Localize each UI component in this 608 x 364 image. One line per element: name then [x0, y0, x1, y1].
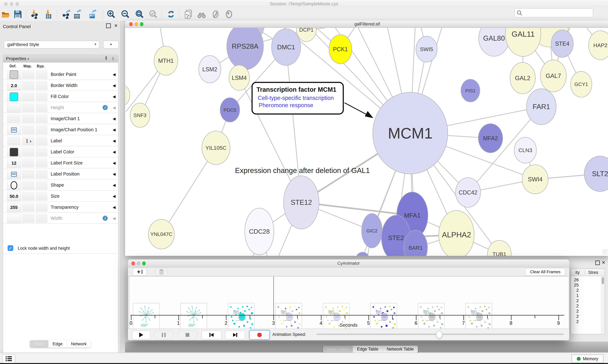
column-centrality[interactable]: ity	[575, 270, 580, 275]
table-scrollbar[interactable]	[601, 276, 605, 334]
network-node-alpha2[interactable]: ALPHA2	[439, 210, 474, 256]
bypass-cell[interactable]	[36, 81, 47, 90]
clone-network-button[interactable]	[184, 10, 193, 19]
network-canvas[interactable]: DCP1RPS28ADMC1PCK1SWI5GAL80GAL11STE4HAP2…	[125, 28, 608, 256]
zoom-selected-button[interactable]	[149, 10, 158, 19]
bypass-cell[interactable]	[36, 92, 47, 101]
search-input[interactable]	[524, 9, 591, 16]
default-value-cell[interactable]	[7, 136, 21, 145]
default-value-cell[interactable]	[7, 125, 21, 135]
network-node-gic2[interactable]: GIC2	[362, 213, 382, 248]
close-table-panel-icon[interactable]: ✕	[602, 260, 605, 265]
collapse-arrow-icon[interactable]: ◀	[113, 94, 116, 99]
bypass-cell[interactable]	[36, 70, 47, 79]
network-titlebar[interactable]: galFiltered.sif	[125, 21, 608, 28]
timeline[interactable]: MCM1MCM1MCM1MCM1MCM1MCM1 Seconds 0123456…	[129, 276, 568, 329]
record-button[interactable]	[249, 330, 269, 339]
network-node-swi4[interactable]: SWI4	[522, 165, 548, 194]
clear-all-frames-button[interactable]: Clear All Frames	[525, 268, 565, 276]
bypass-cell[interactable]	[36, 181, 47, 190]
collapse-arrow-icon[interactable]: ◀	[113, 183, 116, 187]
memory-button[interactable]: Memory	[572, 354, 604, 363]
tab-node-table[interactable]: Node Table	[323, 346, 353, 353]
zoom-in-button[interactable]	[106, 10, 116, 19]
collapse-all-icon[interactable]: ▲▲	[111, 56, 115, 60]
annotation-link[interactable]: Cell-type-specific transcription	[258, 95, 334, 101]
mapping-cell[interactable]	[22, 103, 35, 112]
mapping-cell[interactable]	[22, 181, 35, 190]
mapping-cell[interactable]	[22, 81, 35, 90]
play-button[interactable]	[132, 330, 151, 339]
annotation-box[interactable]: Transcription factor MCM1Cell-type-speci…	[252, 82, 343, 114]
network-node-ynl047c[interactable]: YNL047C	[148, 219, 174, 249]
network-node-gcy1[interactable]: GCY1	[571, 71, 592, 97]
mapping-cell[interactable]	[22, 214, 35, 223]
network-node-hap2[interactable]: HAP2	[589, 31, 608, 60]
tab-network[interactable]: Network	[67, 340, 91, 348]
expand-all-icon[interactable]: ▼▼	[105, 56, 108, 60]
network-node[interactable]	[125, 85, 130, 105]
collapse-arrow-icon[interactable]: ◀	[113, 150, 116, 154]
default-value-cell[interactable]	[7, 92, 21, 101]
network-node-swi5[interactable]: SWI5	[416, 36, 437, 62]
save-session-button[interactable]	[13, 10, 23, 19]
style-selector[interactable]: galFiltered Style ▾	[4, 41, 99, 49]
show-view-icon[interactable]	[224, 10, 234, 19]
bypass-cell[interactable]	[36, 159, 47, 168]
info-icon[interactable]: i	[103, 216, 108, 221]
mapping-cell[interactable]	[22, 170, 35, 179]
task-history-button[interactable]	[2, 354, 15, 363]
properties-header[interactable]: Properties ▾ ▼▼ ▲▲	[3, 55, 118, 63]
hide-selection-icon[interactable]	[211, 10, 221, 19]
mapping-cell[interactable]	[22, 114, 35, 123]
mapping-cell[interactable]	[22, 92, 35, 101]
network-node-lsm4[interactable]: LSM4	[229, 65, 249, 91]
collapse-arrow-icon[interactable]: ◀	[113, 139, 116, 143]
network-node-snf3[interactable]: SNF3	[130, 103, 150, 128]
import-network-button[interactable]	[30, 10, 39, 19]
default-value-cell[interactable]: 12	[7, 159, 21, 168]
network-node-pis1[interactable]: PIS1	[461, 79, 480, 102]
pause-button[interactable]	[154, 330, 173, 339]
mapping-cell[interactable]	[22, 159, 35, 168]
network-node-pck1[interactable]: PCK1	[329, 35, 352, 64]
network-node-mcm1[interactable]: MCM1	[373, 92, 448, 174]
mapping-cell[interactable]	[22, 147, 35, 156]
network-node-gal80[interactable]: GAL80	[479, 28, 509, 56]
mapping-cell[interactable]: ⋮›	[22, 136, 35, 145]
open-file-button[interactable]	[1, 10, 11, 19]
bypass-cell[interactable]	[36, 114, 47, 123]
search-network-icon[interactable]	[197, 10, 206, 19]
timeline-playhead[interactable]	[274, 277, 274, 315]
network-node-rps28a[interactable]: RPS28A	[227, 28, 263, 70]
network-node-cdc42[interactable]: CDC42	[456, 178, 481, 207]
bypass-cell[interactable]	[36, 103, 47, 112]
column-stress[interactable]: Stres	[588, 270, 598, 275]
skip-end-button[interactable]	[225, 330, 245, 339]
skip-start-button[interactable]	[201, 330, 221, 339]
bypass-cell[interactable]	[36, 214, 47, 223]
network-node-gal7[interactable]: GAL7	[540, 60, 566, 92]
export-table-button[interactable]	[72, 10, 82, 19]
info-icon[interactable]: i	[103, 105, 108, 110]
delete-frame-button[interactable]	[155, 268, 168, 276]
style-options-button[interactable]: ▾	[103, 41, 119, 49]
default-value-cell[interactable]	[7, 114, 21, 123]
cyanimator-titlebar[interactable]: CyAnimator	[128, 260, 569, 267]
lock-checkbox[interactable]: ✓	[8, 245, 13, 251]
default-value-cell[interactable]	[7, 103, 21, 112]
bypass-cell[interactable]	[36, 136, 47, 145]
network-node-ste12[interactable]: STE12	[284, 176, 319, 229]
annotation-link[interactable]: Pheromone response	[259, 102, 313, 108]
animation-speed-thumb[interactable]	[436, 331, 442, 338]
default-value-cell[interactable]: 50.0	[7, 192, 21, 201]
global-search[interactable]	[514, 8, 593, 17]
tab-edge[interactable]: Edge	[48, 340, 67, 348]
collapse-arrow-icon[interactable]: ◀	[113, 194, 116, 198]
add-frame-button[interactable]: +	[133, 268, 147, 276]
bypass-cell[interactable]	[36, 170, 47, 179]
default-value-cell[interactable]	[7, 147, 21, 157]
bypass-cell[interactable]	[36, 125, 47, 134]
caption-text[interactable]: Expression change after deletion of GAL1	[235, 166, 370, 175]
bypass-cell[interactable]	[36, 192, 47, 201]
